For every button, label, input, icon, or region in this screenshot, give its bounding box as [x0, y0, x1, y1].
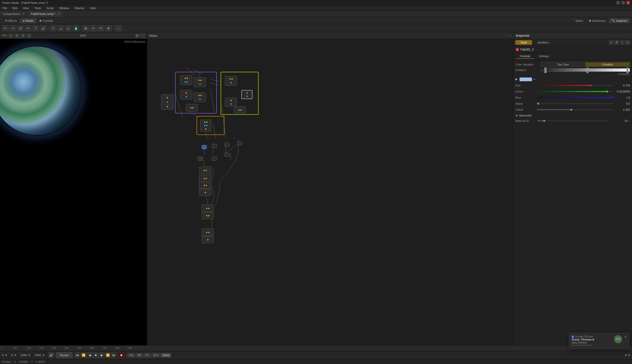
gradient-bar[interactable] — [543, 68, 630, 72]
menu-edit[interactable]: Edit — [12, 6, 18, 10]
mode-tab-console[interactable]: ▶ Console — [37, 18, 56, 23]
menu-view[interactable]: View — [22, 6, 30, 10]
material-id-thumb[interactable] — [543, 120, 545, 122]
tab-falloff[interactable]: Falloff Node.comp * ✕ — [28, 11, 63, 17]
keyframes-button[interactable]: ◆ Keyframes — [586, 18, 608, 23]
color-swatch[interactable] — [519, 77, 532, 81]
blue-slider[interactable] — [537, 97, 613, 98]
gradient-stop-2[interactable] — [586, 67, 588, 73]
menu-tools[interactable]: Tools — [33, 6, 42, 10]
node-chain-2[interactable] — [199, 175, 211, 182]
render-button[interactable]: Render — [56, 352, 73, 358]
color-variation-gradient[interactable]: Gradient — [585, 62, 630, 67]
minimize-button[interactable]: ─ — [616, 1, 620, 5]
green-slider[interactable] — [537, 91, 613, 92]
inspector-tab-tools[interactable]: Tools — [515, 40, 532, 45]
redo-button[interactable]: ↪ — [10, 25, 16, 31]
quality-hiq[interactable]: HiQ — [127, 353, 135, 357]
quality-some[interactable]: Some — [161, 353, 171, 357]
node-far-right[interactable] — [237, 141, 242, 145]
eyedropper-button[interactable]: 💧 — [73, 25, 79, 31]
record-btn[interactable]: ⏺ — [119, 352, 124, 358]
poly-button[interactable]: △ — [57, 25, 64, 31]
mode-tab-effects[interactable]: ⊞ Effects — [2, 18, 20, 23]
inspector-subtab-settings[interactable]: Settings — [535, 54, 553, 59]
zoom-dropdown[interactable]: ▾ — [9, 33, 13, 38]
volume-btn[interactable]: 🔊 — [48, 352, 54, 358]
group-purple[interactable] — [175, 72, 217, 113]
alpha-slider[interactable] — [537, 103, 613, 104]
viewer-btn-2[interactable]: ⊡ — [21, 33, 25, 38]
undo-button[interactable]: ↩ — [2, 25, 9, 31]
menu-file[interactable]: File — [2, 6, 8, 10]
window-controls[interactable]: ─ □ ✕ — [616, 1, 630, 5]
viewer-btn-3[interactable]: ⊡ — [27, 33, 31, 38]
flip-button[interactable]: ⇔ — [90, 25, 97, 31]
timeline-ruler[interactable]: 1 50 100 150 200 250 300 350 400 450 500 — [0, 346, 632, 351]
inspector-delete-btn[interactable]: ✕ — [625, 40, 630, 45]
play-reverse[interactable]: ◀ — [87, 352, 92, 358]
merge-button[interactable]: ⊕ — [105, 25, 112, 31]
color-variation-two-tone[interactable]: Two Tone — [541, 62, 585, 67]
tab-close-composition1[interactable]: ✕ — [23, 12, 25, 15]
group-orange[interactable] — [197, 116, 224, 135]
material-id-plus[interactable]: + — [628, 120, 630, 122]
viewer-grid-btn[interactable]: ⊞ — [135, 33, 139, 38]
step-back[interactable]: ⏪ — [81, 352, 86, 358]
expand-arrow[interactable]: ▶ — [515, 77, 519, 81]
cut-button[interactable]: ✂ — [25, 25, 31, 31]
node-2[interactable] — [194, 77, 206, 87]
node-3[interactable] — [180, 90, 192, 100]
node-standalone-left[interactable] — [161, 95, 173, 110]
brush-button[interactable]: 🖌 — [40, 25, 47, 31]
node-9[interactable] — [234, 106, 246, 113]
select-button[interactable]: ↖ — [50, 25, 56, 31]
notification-close[interactable]: ✕ — [624, 335, 627, 339]
maximize-button[interactable]: □ — [621, 1, 625, 5]
node-mid-1[interactable] — [202, 145, 207, 149]
material-id-minus[interactable]: - — [610, 120, 611, 122]
node-lower-2[interactable] — [212, 157, 217, 161]
green-thumb[interactable] — [606, 90, 608, 93]
red-thumb[interactable] — [589, 84, 592, 86]
text-button[interactable]: T — [32, 25, 39, 31]
blue-thumb[interactable] — [611, 97, 613, 99]
red-slider[interactable] — [537, 85, 613, 86]
node-bottom-3[interactable] — [202, 229, 214, 236]
quality-mb[interactable]: MB — [136, 353, 143, 357]
alpha-thumb[interactable] — [537, 103, 539, 105]
node-8[interactable] — [225, 98, 237, 107]
quality-prx[interactable]: Prx — [144, 353, 151, 357]
skip-to-start[interactable]: ⏮ — [75, 352, 80, 358]
menu-help[interactable]: Help — [89, 6, 97, 10]
tab-composition1[interactable]: Composition1 ✕ — [0, 11, 28, 17]
nodes-menu-btn[interactable]: ⋯ — [508, 34, 511, 37]
node-7[interactable] — [241, 90, 252, 99]
node-4[interactable] — [194, 93, 206, 102]
inspector-tab-modifiers[interactable]: Modifiers — [533, 40, 554, 45]
snapshot-button[interactable]: ⊡ — [17, 25, 24, 31]
material-id-slider[interactable] — [537, 120, 609, 121]
nodes-canvas[interactable] — [147, 39, 513, 345]
menu-window[interactable]: Window — [58, 6, 70, 10]
step-forward[interactable]: ⏩ — [105, 352, 111, 358]
inspector-add-btn[interactable]: + — [620, 40, 624, 45]
node-6[interactable] — [225, 76, 237, 86]
viewer-canvas[interactable]: 1920x1080xfloat32 — [0, 39, 147, 345]
menu-script[interactable]: Script — [46, 6, 55, 10]
node-bottom-2[interactable] — [202, 212, 214, 219]
spline-button[interactable]: ⌒ Spline — [569, 18, 586, 23]
node-lower-1[interactable] — [198, 157, 203, 161]
node-chain-3[interactable] — [199, 182, 211, 189]
node-orange-1[interactable] — [200, 120, 211, 132]
node-chain-1[interactable] — [199, 167, 211, 174]
viewer-more[interactable]: ⋯ — [140, 33, 145, 38]
close-button[interactable]: ✕ — [626, 1, 630, 5]
group-yellow-green[interactable] — [221, 72, 259, 115]
color-picker-icon[interactable]: ✏ — [533, 78, 536, 81]
quality-aprx[interactable]: APrx — [152, 353, 161, 357]
material-id-section[interactable]: ▼ MaterialID — [515, 113, 630, 118]
node-bottom-1[interactable] — [202, 204, 214, 212]
node-5[interactable] — [186, 104, 198, 111]
falloff-slider[interactable] — [537, 109, 613, 110]
